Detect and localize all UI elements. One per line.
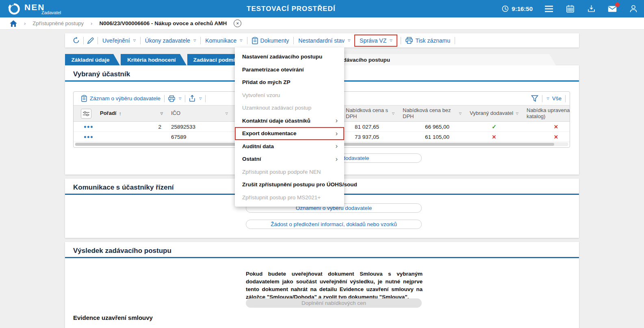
breadcrumb-chevron-icon: › — [24, 20, 26, 26]
dokumenty-label: Dokumenty — [260, 37, 289, 44]
column-label: Pořadí — [100, 110, 116, 117]
chevron-down-icon[interactable]: ▽ — [514, 112, 518, 115]
tab-kriteria-hodnoceni[interactable]: Kritéria hodnocení — [121, 54, 186, 65]
column-header-poradi[interactable]: Pořadí ↑ ▽ — [96, 106, 167, 121]
menu-item-ostatni[interactable]: Ostatní › — [235, 153, 344, 166]
menu-nestandardni-stav[interactable]: Nestandardní stav ▽ — [294, 37, 355, 44]
menu-item-label: Zpřístupnit postup pro MS2021+ — [242, 194, 321, 201]
cell-poradi: 2 — [96, 124, 167, 130]
submenu-arrow-icon: › — [336, 130, 338, 137]
record-of-selection-label: Záznam o výběru dodavatele — [90, 95, 160, 101]
column-label: Vybraný dodavatel — [470, 110, 513, 117]
menu-sprava-vz[interactable]: Správa VZ ▽ — [355, 35, 397, 46]
close-record-icon[interactable]: ✕ — [234, 19, 241, 27]
print-record-button[interactable]: Tisk záznamu — [401, 37, 455, 44]
clock-icon — [502, 5, 509, 12]
menu-komunikace-label: Komunikace — [205, 37, 236, 44]
download-icon[interactable] — [586, 4, 596, 14]
menu-item-label: Parametrizace otevírání — [242, 67, 304, 73]
divider — [455, 37, 455, 44]
user-profile-icon[interactable] — [629, 4, 638, 14]
evidence-smlouvy-subheading: Evidence uzavření smlouvy — [73, 314, 153, 321]
refresh-button[interactable] — [69, 37, 83, 44]
chevron-down-icon: ▽ — [390, 39, 392, 42]
grid-print-button[interactable]: ▽ — [165, 95, 185, 102]
result-note-text: Pokud budete uveřejňovat dokument Smlouv… — [246, 270, 423, 301]
sprava-vz-dropdown-menu: Nastavení zadávacího postupu Parametriza… — [235, 47, 344, 207]
chevron-down-icon[interactable]: ▽ — [390, 112, 395, 115]
menu-ukony-zadavatele[interactable]: Úkony zadavatele ▽ — [141, 37, 200, 44]
row-actions — [74, 136, 96, 138]
menu-item-pridat-do-mych-zp[interactable]: Přidat do mých ZP — [235, 76, 344, 89]
menu-sprava-vz-label: Správa VZ — [360, 37, 386, 44]
menu-item-kontaktni-udaje[interactable]: Kontaktní údaje účastníků › — [235, 114, 344, 127]
menu-item-label: Vytvoření vzoru — [242, 92, 280, 98]
filter-view-select[interactable]: ▽ Vše — [542, 95, 565, 101]
column-label: Nabídka upravena (E-katalog) — [527, 108, 570, 120]
menu-uverejneni-label: Uveřejnění — [102, 37, 130, 44]
chevron-down-icon[interactable]: ▽ — [224, 112, 228, 115]
top-bar: NEN Zadavatel TESTOVACÍ PROSTŘEDÍ 9:16:5… — [0, 0, 644, 17]
menu-item-label: Ostatní — [242, 156, 261, 162]
column-header-ico[interactable]: IČO ▽ — [167, 106, 232, 121]
messages-icon[interactable] — [607, 4, 617, 14]
menu-item-vytvoreni-vzoru: Vytvoření vzoru — [235, 89, 344, 102]
filter-button[interactable] — [527, 95, 542, 102]
breadcrumb-section[interactable]: Zpřístupněné postupy — [33, 20, 84, 26]
session-time: 9:16:50 — [502, 5, 533, 12]
column-header-nabidka-upravena[interactable]: Nabídka upravena (E-katalog) — [523, 106, 570, 121]
menu-item-label: Zrušit zpřístupnění postupu pro ÚOHS/sou… — [242, 181, 357, 188]
breadcrumb: › Zpřístupněné postupy › N006/23/V000066… — [0, 17, 644, 30]
menu-item-label: Nastavení zadávacího postupu — [242, 54, 322, 60]
calendar-icon[interactable] — [565, 4, 575, 14]
column-header-cena-bez-dph[interactable]: Nabídková cena bez DPH ▽ — [399, 106, 466, 121]
submenu-arrow-icon: › — [336, 155, 338, 163]
menu-item-label: Uzamknout zadávací postup — [242, 105, 311, 111]
grid-settings-icon[interactable] — [81, 109, 91, 119]
menu-item-zpristupnit-ms2021: Zpřístupnit postup pro MS2021+ — [235, 191, 344, 204]
funnel-icon — [531, 95, 538, 102]
chevron-down-icon[interactable]: ▽ — [458, 112, 462, 115]
menu-uverejneni[interactable]: Uveřejnění ▽ — [98, 37, 140, 44]
print-record-label: Tisk záznamu — [415, 37, 450, 44]
dokumenty-button[interactable]: Dokumenty — [247, 37, 294, 44]
cell-cena-bez-dph: 66 965,00 — [399, 124, 466, 130]
menu-komunikace[interactable]: Komunikace ▽ — [201, 37, 247, 44]
cross-icon: ✕ — [466, 134, 523, 140]
menu-nestandardni-label: Nestandardní stav — [298, 37, 345, 44]
column-settings-header — [74, 106, 96, 121]
row-menu-icon[interactable] — [78, 136, 93, 138]
menu-item-auditni-data[interactable]: Auditní data › — [235, 140, 344, 153]
grid-export-button[interactable]: ▽ — [185, 95, 205, 102]
column-label: IČO — [171, 110, 180, 117]
section-title: Vybraný účastník — [73, 70, 130, 78]
home-icon[interactable] — [10, 20, 17, 27]
printer-icon — [405, 37, 413, 44]
cell-cena-s-dph: 81 027,65 — [342, 124, 399, 130]
zadost-o-predlozeni-button[interactable]: Žádost o předložení informací, dokladů n… — [246, 220, 422, 229]
tab-zakladni-udaje[interactable]: Základní údaje — [65, 54, 120, 65]
chevron-down-icon: ▽ — [547, 97, 549, 100]
menu-item-zrusit-zpristupneni[interactable]: Zrušit zpřístupnění postupu pro ÚOHS/sou… — [235, 178, 344, 191]
cell-cena-bez-dph: 61 105,00 — [399, 134, 466, 140]
column-header-vybrany-dodavatel[interactable]: Vybraný dodavatel ▽ — [466, 106, 523, 121]
clipboard-icon — [252, 37, 258, 44]
chevron-down-icon: ▽ — [348, 39, 350, 42]
menu-item-parametrizace[interactable]: Parametrizace otevírání — [235, 63, 344, 76]
menu-item-export-dokumentace[interactable]: Export dokumentace › — [235, 127, 344, 140]
menu-hamburger-icon[interactable] — [544, 4, 554, 14]
nen-logo[interactable]: NEN Zadavatel — [7, 2, 61, 16]
record-of-selection-button[interactable]: Záznam o výběru dodavatele — [78, 95, 164, 102]
cell-ico: 25892533 — [167, 124, 232, 130]
menu-item-uzamknout: Uzamknout zadávací postup — [235, 101, 344, 114]
row-menu-icon[interactable] — [78, 126, 93, 128]
check-icon: ✓ — [466, 123, 523, 130]
column-header-cena-s-dph[interactable]: Nabídková cena s DPH ▽ — [342, 106, 399, 121]
menu-ukony-label: Úkony zadavatele — [145, 37, 190, 44]
section-underline — [65, 257, 579, 258]
chevron-down-icon[interactable]: ▽ — [159, 112, 163, 115]
edit-button[interactable] — [84, 37, 98, 44]
menu-item-nastaveni[interactable]: Nastavení zadávacího postupu — [235, 50, 344, 63]
chevron-down-icon: ▽ — [133, 39, 136, 42]
sort-asc-icon: ↑ — [119, 110, 121, 117]
